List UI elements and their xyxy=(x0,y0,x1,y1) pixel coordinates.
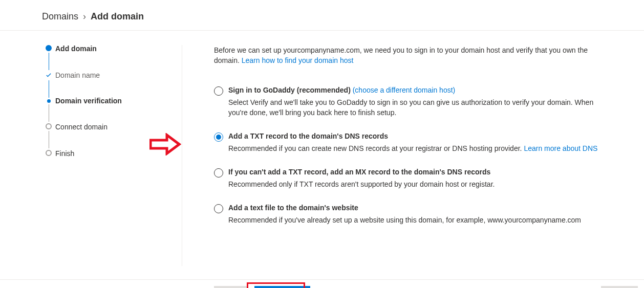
radio-icon[interactable] xyxy=(214,204,223,213)
breadcrumb-separator: › xyxy=(81,11,88,21)
option-title: Sign in to GoDaddy (recommended) xyxy=(228,86,351,94)
step-add-domain[interactable]: Add domain xyxy=(55,45,97,52)
radio-icon[interactable] xyxy=(214,132,223,142)
option-text-file[interactable]: Add a text file to the domain's website … xyxy=(214,204,613,225)
back-button[interactable]: Back xyxy=(214,286,248,288)
wizard-steps-sidebar: Add domain Domain name Domain verificati… xyxy=(0,45,182,266)
breadcrumb-domains[interactable]: Domains xyxy=(42,11,78,21)
close-button[interactable]: Close xyxy=(601,286,638,288)
choose-host-link[interactable]: (choose a different domain host) xyxy=(353,86,456,94)
continue-button[interactable]: Continue xyxy=(254,286,310,288)
radio-icon[interactable] xyxy=(214,86,223,96)
option-description: Recommended if you've already set up a w… xyxy=(228,215,581,225)
radio-icon[interactable] xyxy=(214,168,223,178)
option-godaddy[interactable]: Sign in to GoDaddy (recommended) (choose… xyxy=(214,86,613,118)
footer-actions: Back Continue Close xyxy=(0,279,644,288)
breadcrumb: Domains › Add domain xyxy=(0,0,644,31)
annotation-arrow-icon xyxy=(149,133,181,156)
checkmark-icon xyxy=(45,72,52,79)
option-description: Select Verify and we'll take you to GoDa… xyxy=(228,97,613,118)
step-domain-verification[interactable]: Domain verification xyxy=(55,97,122,104)
option-txt-record[interactable]: Add a TXT record to the domain's DNS rec… xyxy=(214,132,613,153)
option-description: Recommended if you can create new DNS re… xyxy=(228,143,597,153)
option-title: Add a text file to the domain's website xyxy=(228,204,581,212)
learn-dns-link[interactable]: Learn more about DNS xyxy=(524,144,597,152)
step-indicator-icon xyxy=(47,99,51,103)
learn-find-host-link[interactable]: Learn how to find your domain host xyxy=(242,56,354,64)
intro-text: Before we can set up yourcompanyname.com… xyxy=(214,45,603,65)
main-content: Before we can set up yourcompanyname.com… xyxy=(182,45,644,266)
step-domain-name[interactable]: Domain name xyxy=(55,72,100,79)
step-finish[interactable]: Finish xyxy=(55,150,74,157)
step-indicator-icon xyxy=(46,150,52,156)
step-connect-domain[interactable]: Connect domain xyxy=(55,123,108,130)
step-indicator-icon xyxy=(46,45,52,51)
option-mx-record[interactable]: If you can't add a TXT record, add an MX… xyxy=(214,168,613,189)
option-description: Recommended only if TXT records aren't s… xyxy=(228,179,495,189)
step-indicator-icon xyxy=(46,123,52,129)
option-title: Add a TXT record to the domain's DNS rec… xyxy=(228,132,597,140)
option-title: If you can't add a TXT record, add an MX… xyxy=(228,168,495,176)
breadcrumb-current: Add domain xyxy=(91,11,144,21)
